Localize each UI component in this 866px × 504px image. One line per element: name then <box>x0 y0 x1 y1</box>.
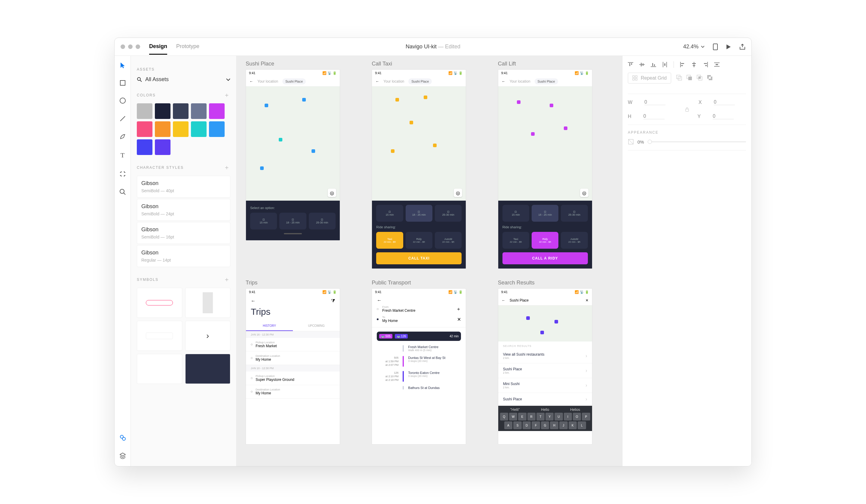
zoom-tool-icon[interactable] <box>119 188 126 195</box>
opacity-slider[interactable] <box>648 141 746 142</box>
keyboard-key[interactable]: U <box>555 413 563 421</box>
color-swatch[interactable] <box>137 121 153 137</box>
trips-tab[interactable]: HISTORY <box>246 321 293 331</box>
align-right-icon[interactable] <box>703 62 708 67</box>
back-icon[interactable]: ← <box>251 298 256 303</box>
artboard-tool-icon[interactable] <box>119 171 126 177</box>
layers-panel-icon[interactable] <box>119 453 126 459</box>
artboard[interactable]: 9:41📶 📡 🔋←Your locationSushi Place◎Selec… <box>246 69 340 241</box>
keyboard-key[interactable]: J <box>559 421 568 429</box>
y-input[interactable] <box>713 114 734 119</box>
text-tool-icon[interactable]: T <box>121 151 124 159</box>
symbol-thumb[interactable]: › <box>185 321 231 351</box>
artboard-label[interactable]: Sushi Place <box>246 61 361 67</box>
symbol-thumb[interactable] <box>185 288 231 318</box>
trips-tab[interactable]: UPCOMING <box>293 321 340 331</box>
character-style-item[interactable]: GibsonSemiBold — 24pt <box>137 199 230 221</box>
tab-prototype[interactable]: Prototype <box>176 43 199 55</box>
artboard[interactable]: 9:41📶 📡 🔋 ← FromFresh Market Centre＋ ToM… <box>372 288 466 445</box>
add-symbol-button[interactable]: ＋ <box>224 275 230 284</box>
back-icon[interactable]: ← <box>377 298 381 303</box>
keyboard-key[interactable]: H <box>550 421 558 429</box>
play-icon[interactable] <box>726 44 731 49</box>
color-swatch[interactable] <box>137 103 153 119</box>
keyboard-key[interactable]: I <box>564 413 572 421</box>
add-charstyle-button[interactable]: ＋ <box>224 163 230 172</box>
color-swatch[interactable] <box>191 103 207 119</box>
keyboard-key[interactable]: E <box>518 413 526 421</box>
search-result-item[interactable]: Mini Sushi2 km.› <box>498 378 592 393</box>
rectangle-tool-icon[interactable] <box>120 80 126 86</box>
keyboard-key[interactable]: D <box>523 421 531 429</box>
share-icon[interactable] <box>740 44 745 50</box>
align-hcenter-icon[interactable] <box>691 62 697 67</box>
keyboard-key[interactable]: O <box>573 413 581 421</box>
back-icon[interactable]: ← <box>502 79 506 83</box>
back-icon[interactable]: ← <box>376 79 379 83</box>
symbol-thumb[interactable] <box>137 354 182 384</box>
assets-filter-dropdown[interactable]: All Assets <box>137 76 230 83</box>
window-traffic-lights[interactable] <box>121 44 140 49</box>
bool-intersect-icon[interactable] <box>696 75 702 80</box>
line-tool-icon[interactable] <box>119 115 126 122</box>
character-style-item[interactable]: GibsonRegular — 14pt <box>137 245 230 267</box>
locate-icon[interactable]: ◎ <box>454 188 462 197</box>
artboard-label[interactable]: Call Lift <box>498 61 613 67</box>
character-style-item[interactable]: GibsonSemiBold — 40pt <box>137 176 230 198</box>
color-swatch[interactable] <box>173 103 189 119</box>
keyboard-key[interactable]: K <box>569 421 577 429</box>
clear-icon[interactable]: ✕ <box>457 317 461 322</box>
repeat-grid-button[interactable]: Repeat Grid <box>628 73 671 83</box>
bool-union-icon[interactable] <box>676 75 682 80</box>
keyboard-key[interactable]: T <box>536 413 545 421</box>
keyboard-key[interactable]: L <box>578 421 586 429</box>
keyboard-key[interactable]: G <box>541 421 549 429</box>
character-style-item[interactable]: GibsonSemiBold — 16pt <box>137 222 230 244</box>
align-bottom-icon[interactable] <box>651 62 656 67</box>
width-input[interactable] <box>644 100 665 105</box>
keyboard-key[interactable]: W <box>509 413 517 421</box>
color-swatch[interactable] <box>209 121 225 137</box>
distribute-h-icon[interactable] <box>714 62 720 67</box>
x-input[interactable] <box>714 100 735 105</box>
call-ride-button[interactable]: CALL TAXI <box>376 252 462 264</box>
keyboard-key[interactable]: R <box>528 413 535 421</box>
color-swatch[interactable] <box>173 121 189 137</box>
align-left-icon[interactable] <box>680 62 685 67</box>
clear-icon[interactable]: ✕ <box>586 298 588 302</box>
color-swatch[interactable] <box>191 121 207 137</box>
artboard-label[interactable]: Public Transport <box>372 279 487 286</box>
keyboard-key[interactable]: P <box>582 413 590 421</box>
keyboard-key[interactable]: S <box>513 421 522 429</box>
artboard-label[interactable]: Trips <box>246 279 361 286</box>
symbol-thumb[interactable] <box>137 321 182 351</box>
align-vcenter-icon[interactable] <box>639 62 645 67</box>
zoom-select[interactable]: 42.4% <box>683 44 704 50</box>
locate-icon[interactable]: ◎ <box>580 188 588 197</box>
bool-exclude-icon[interactable] <box>707 75 713 80</box>
search-result-item[interactable]: View all Sushi restaurants2 km.› <box>498 349 592 364</box>
pen-tool-icon[interactable] <box>119 133 126 140</box>
keyboard-key[interactable]: Q <box>500 413 508 421</box>
filter-icon[interactable]: ⧩ <box>331 298 335 303</box>
search-result-item[interactable]: Sushi Place› <box>498 393 592 406</box>
color-swatch[interactable] <box>137 139 153 155</box>
bool-subtract-icon[interactable] <box>686 75 692 80</box>
back-icon[interactable]: ← <box>249 79 253 83</box>
ellipse-tool-icon[interactable] <box>119 97 126 104</box>
keyboard-key[interactable]: Y <box>545 413 554 421</box>
add-stop-icon[interactable]: ＋ <box>456 306 461 312</box>
color-swatch[interactable] <box>209 103 225 119</box>
artboard-label[interactable]: Call Taxi <box>372 61 487 67</box>
color-swatch[interactable] <box>155 121 170 137</box>
call-ride-button[interactable]: CALL A RIDY <box>502 252 588 264</box>
align-top-icon[interactable] <box>628 62 633 67</box>
color-swatch[interactable] <box>155 103 170 119</box>
artboard-label[interactable]: Search Results <box>498 279 613 286</box>
artboard[interactable]: 9:41📶 📡 🔋←Your locationSushi Place◎⊡15 m… <box>498 69 592 269</box>
artboard[interactable]: 9:41📶 📡 🔋 ←Sushi Place✕ SEARCH RESULTS V… <box>498 288 592 445</box>
device-preview-icon[interactable] <box>713 44 718 50</box>
keyboard-key[interactable]: A <box>504 421 513 429</box>
add-color-button[interactable]: ＋ <box>224 91 230 99</box>
select-tool-icon[interactable] <box>120 62 125 68</box>
